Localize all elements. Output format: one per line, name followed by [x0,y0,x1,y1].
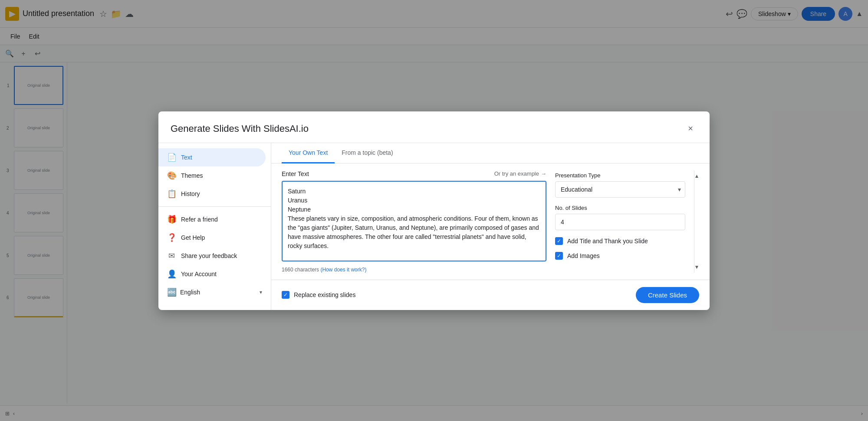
modal-overlay: Generate Slides With SlidesAI.io × 📄 Tex… [0,0,868,421]
sidebar-item-label: History [181,190,200,197]
scroll-down-arrow[interactable]: ▼ [694,263,700,271]
add-title-row: ✓ Add Title and Thank you Slide [555,237,685,245]
modal-footer: ✓ Replace existing slides Create Slides [271,280,710,310]
sidebar-item-refer[interactable]: 🎁 Refer a friend [158,210,266,228]
sidebar-bottom: 🎁 Refer a friend ❓ Get Help ✉ Share your… [158,206,271,305]
how-does-it-work-link[interactable]: (How does it work?) [320,267,366,273]
enter-text-label: Enter Text [282,170,309,177]
history-icon: 📋 [167,189,176,199]
sidebar-item-label: Share your feedback [181,252,237,259]
content-area: Enter Text Or try an example → 1660 char… [271,163,710,280]
replace-checkbox[interactable]: ✓ [282,291,289,299]
sidebar-item-help[interactable]: ❓ Get Help [158,228,266,247]
modal-header: Generate Slides With SlidesAI.io × [158,111,710,143]
right-scroll: ▲ ▼ [694,170,699,273]
no-slides-section: No. of Slides [555,205,685,230]
account-icon: 👤 [167,269,176,279]
sidebar-item-label: Refer a friend [181,216,218,223]
modal: Generate Slides With SlidesAI.io × 📄 Tex… [158,111,710,310]
presentation-type-section: Presentation Type Educational Business C… [555,172,685,198]
tabs: Your Own Text From a topic (beta) [271,143,710,163]
mail-icon: ✉ [167,251,176,261]
char-count: 1660 characters (How does it work?) [282,267,546,273]
tab-own-text[interactable]: Your Own Text [282,143,335,163]
sidebar-item-account[interactable]: 👤 Your Account [158,265,266,283]
presentation-type-select-wrapper: Educational Business Creative Academic ▾ [555,181,685,198]
no-slides-label: No. of Slides [555,205,685,211]
presentation-type-select[interactable]: Educational Business Creative Academic [555,181,685,198]
text-icon: 📄 [167,153,176,162]
text-section-header: Enter Text Or try an example → [282,170,546,177]
add-title-label: Add Title and Thank you Slide [567,238,648,245]
add-images-row: ✓ Add Images [555,252,685,260]
replace-label: Replace existing slides [294,291,355,298]
gift-icon: 🎁 [167,215,176,224]
help-icon: ❓ [167,233,176,242]
language-selector[interactable]: 🔤 English ▾ [158,283,271,301]
right-panel: Presentation Type Educational Business C… [555,170,685,273]
arrow-icon: → [541,170,546,177]
presentation-type-label: Presentation Type [555,172,685,179]
sidebar-item-themes[interactable]: 🎨 Themes [158,166,266,185]
modal-sidebar: 📄 Text 🎨 Themes 📋 History 🎁 [158,143,271,310]
scroll-up-arrow[interactable]: ▲ [694,172,700,180]
replace-checkbox-row: ✓ Replace existing slides [282,291,355,299]
modal-title: Generate Slides With SlidesAI.io [171,123,309,134]
sidebar-item-label: Text [181,154,192,161]
sidebar-item-text[interactable]: 📄 Text [158,148,266,166]
add-images-label: Add Images [567,252,600,259]
text-input[interactable] [283,182,546,261]
modal-close-button[interactable]: × [684,122,697,136]
modal-body: 📄 Text 🎨 Themes 📋 History 🎁 [158,143,710,310]
no-slides-input[interactable] [555,214,685,230]
sidebar-item-history[interactable]: 📋 History [158,185,266,203]
add-title-checkbox[interactable]: ✓ [555,237,563,245]
tab-from-topic[interactable]: From a topic (beta) [335,143,400,163]
create-slides-button[interactable]: Create Slides [636,287,699,303]
sidebar-item-label: Get Help [181,234,205,241]
sidebar-nav: 📄 Text 🎨 Themes 📋 History [158,148,271,203]
sidebar-item-label: Themes [181,172,203,179]
language-label: English [180,289,200,296]
add-images-checkbox[interactable]: ✓ [555,252,563,260]
modal-main: Your Own Text From a topic (beta) Enter … [271,143,710,310]
chevron-down-icon: ▾ [260,289,262,295]
text-input-wrapper [282,181,546,261]
sidebar-item-label: Your Account [181,271,217,277]
language-icon: 🔤 [167,287,177,297]
themes-icon: 🎨 [167,171,176,180]
text-section: Enter Text Or try an example → 1660 char… [282,170,546,273]
try-example: Or try an example → [494,170,546,177]
sidebar-item-feedback[interactable]: ✉ Share your feedback [158,247,266,265]
